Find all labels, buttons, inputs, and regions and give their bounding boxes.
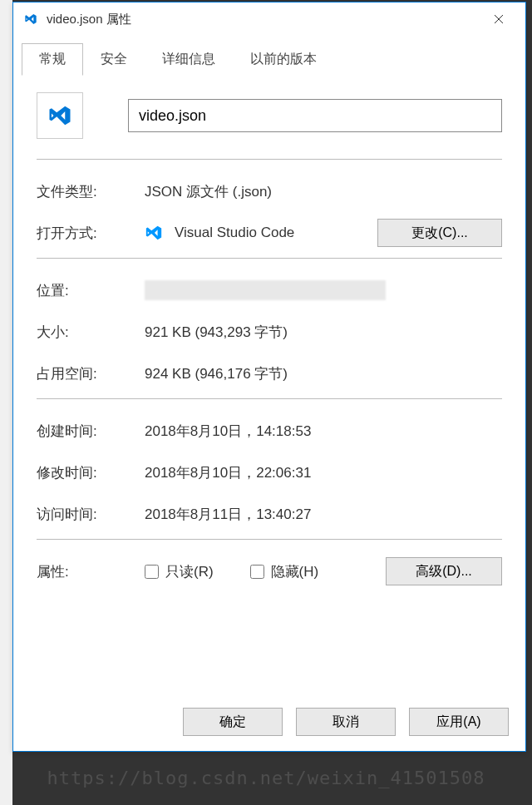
tab-previous-versions[interactable]: 以前的版本 — [233, 43, 334, 76]
filename-input[interactable] — [128, 99, 502, 132]
vscode-app-icon — [145, 224, 163, 242]
vscode-icon — [23, 12, 38, 27]
label-created: 创建时间: — [37, 422, 145, 441]
value-openwith: Visual Studio Code — [175, 225, 294, 241]
close-button[interactable] — [482, 7, 515, 32]
dialog-buttons: 确定 取消 应用(A) — [13, 696, 525, 751]
label-accessed: 访问时间: — [37, 505, 145, 524]
watermark-text: https://blog.csdn.net/weixin_41501508 — [47, 768, 485, 788]
value-size: 921 KB (943,293 字节) — [145, 323, 502, 342]
divider — [37, 258, 502, 259]
value-accessed: 2018年8月11日，13:40:27 — [145, 505, 502, 524]
cancel-button[interactable]: 取消 — [296, 708, 396, 736]
tab-details[interactable]: 详细信息 — [145, 43, 233, 76]
background-fragment — [0, 0, 12, 805]
hidden-checkbox-wrap[interactable]: 隐藏(H) — [250, 562, 319, 581]
value-filetype: JSON 源文件 (.json) — [145, 182, 502, 201]
tab-general[interactable]: 常规 — [22, 43, 83, 76]
readonly-checkbox[interactable] — [145, 565, 159, 579]
file-icon — [37, 92, 83, 139]
label-location: 位置: — [37, 281, 145, 300]
tab-security[interactable]: 安全 — [83, 43, 145, 76]
value-modified: 2018年8月10日，22:06:31 — [145, 463, 502, 482]
change-button[interactable]: 更改(C)... — [377, 219, 502, 247]
label-attributes: 属性: — [37, 562, 145, 581]
advanced-button[interactable]: 高级(D)... — [386, 557, 502, 585]
close-icon — [494, 14, 504, 24]
ok-button[interactable]: 确定 — [183, 708, 283, 736]
readonly-checkbox-wrap[interactable]: 只读(R) — [145, 562, 214, 581]
properties-dialog: video.json 属性 常规 安全 详细信息 以前的版本 文件类型: JSO… — [12, 2, 526, 752]
hidden-checkbox[interactable] — [250, 565, 264, 579]
divider — [37, 159, 502, 160]
value-location-redacted — [145, 280, 386, 300]
label-size: 大小: — [37, 323, 145, 342]
tab-bar: 常规 安全 详细信息 以前的版本 — [13, 42, 525, 75]
value-sizeondisk: 924 KB (946,176 字节) — [145, 364, 502, 383]
tab-content-general: 文件类型: JSON 源文件 (.json) 打开方式: Visual Stud… — [13, 76, 525, 696]
hidden-label: 隐藏(H) — [271, 562, 319, 581]
label-sizeondisk: 占用空间: — [37, 364, 145, 383]
readonly-label: 只读(R) — [165, 562, 214, 581]
label-modified: 修改时间: — [37, 463, 145, 482]
window-title: video.json 属性 — [47, 12, 482, 27]
divider — [37, 539, 502, 540]
titlebar[interactable]: video.json 属性 — [13, 2, 525, 36]
label-openwith: 打开方式: — [37, 224, 145, 243]
value-created: 2018年8月10日，14:18:53 — [145, 422, 502, 441]
divider — [37, 398, 502, 399]
label-filetype: 文件类型: — [37, 182, 145, 201]
apply-button[interactable]: 应用(A) — [409, 708, 509, 736]
